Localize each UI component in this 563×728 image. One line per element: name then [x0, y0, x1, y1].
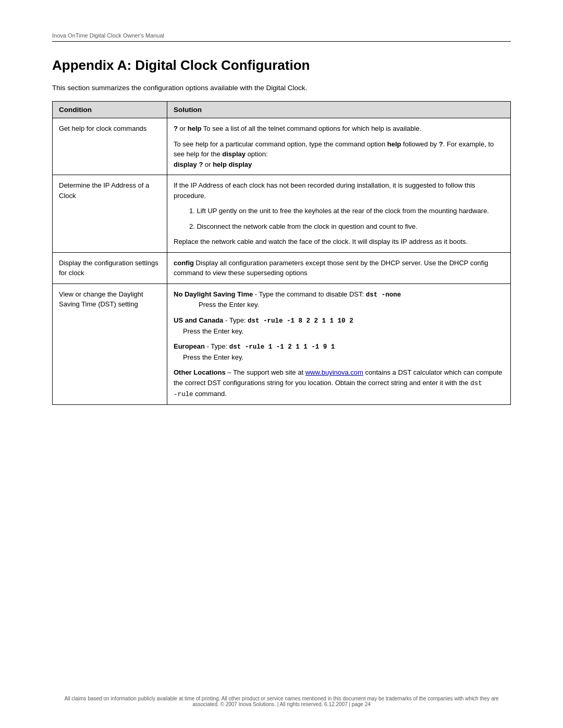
solution-para-1: If the IP Address of each clock has not …	[174, 180, 504, 201]
buyinova-link[interactable]: www.buyinova.com	[305, 368, 363, 376]
manual-title: Inova OnTime Digital Clock Owner's Manua…	[52, 32, 164, 39]
table-row: Determine the IP Address of a Clock If t…	[53, 175, 511, 253]
solution-para-1: ? or help To see a list of all the telne…	[174, 124, 504, 134]
solution-cell: No Daylight Saving Time - Type the comma…	[167, 283, 511, 405]
condition-cell: View or change the Daylight Saving Time …	[53, 283, 167, 405]
solution-bold: No Daylight Saving Time	[174, 290, 253, 298]
table-row: Display the configuration settings for c…	[53, 252, 511, 283]
solution-cell: If the IP Address of each clock has not …	[167, 175, 511, 253]
solution-bold: help	[387, 140, 401, 148]
configuration-table: Condition Solution Get help for clock co…	[52, 101, 511, 405]
solution-text: help	[188, 125, 202, 132]
solution-bold: ?	[439, 140, 443, 148]
condition-text: View or change the Daylight Saving Time …	[59, 290, 143, 309]
condition-cell: Display the configuration settings for c…	[53, 252, 167, 283]
solution-code: dst ‑rule ‑1 8 2 2 1 1 10 2	[248, 317, 353, 325]
solution-indent: Press the Enter key.	[174, 301, 259, 309]
footer: All claims based on information publicly…	[52, 696, 511, 707]
table-row: Get help for clock commands ? or help To…	[53, 118, 511, 175]
solution-para-3: 2. Disconnect the network cable from the…	[174, 221, 504, 232]
solution-code: dst ‑rule	[174, 380, 482, 398]
solution-para-us: US and Canada - Type: dst ‑rule ‑1 8 2 2…	[174, 315, 504, 336]
solution-para-1: config Display all configuration paramet…	[174, 258, 504, 278]
solution-bold: US and Canada	[174, 316, 223, 324]
solution-bold: Other Locations	[174, 368, 226, 376]
condition-text: Get help for clock commands	[59, 125, 146, 132]
footer-text: All claims based on information publicly…	[64, 696, 498, 707]
table-header-row: Condition Solution	[53, 102, 511, 118]
solution-para-nodst: No Daylight Saving Time - Type the comma…	[174, 289, 504, 310]
solution-text: ?	[174, 125, 178, 132]
page-title: Appendix A: Digital Clock Configuration	[52, 57, 511, 73]
solution-para-2: 1. Lift UP gently on the unit to free th…	[174, 206, 504, 216]
condition-text: Determine the IP Address of a Clock	[59, 181, 149, 200]
solution-bold: European	[174, 342, 205, 350]
solution-para-eu: European - Type: dst ‑rule 1 ‑1 2 1 1 ‑1…	[174, 341, 504, 362]
solution-para-other: Other Locations – The support web site a…	[174, 367, 504, 399]
solution-code: dst ‑rule 1 ‑1 2 1 1 ‑1 9 1	[229, 343, 335, 351]
solution-para-4: Replace the network cable and watch the …	[174, 237, 504, 247]
header-section: Inova OnTime Digital Clock Owner's Manua…	[52, 31, 511, 42]
condition-cell: Get help for clock commands	[53, 118, 167, 175]
page-container: Inova OnTime Digital Clock Owner's Manua…	[0, 0, 563, 728]
solution-bold: display	[222, 150, 246, 158]
solution-bold: config	[174, 259, 194, 267]
col-condition-header: Condition	[53, 102, 167, 118]
condition-cell: Determine the IP Address of a Clock	[53, 175, 167, 253]
solution-bold: help display	[213, 161, 252, 168]
solution-cell: config Display all configuration paramet…	[167, 252, 511, 283]
solution-cell: ? or help To see a list of all the telne…	[167, 118, 511, 175]
solution-code: dst ‑none	[366, 291, 401, 299]
table-row: View or change the Daylight Saving Time …	[53, 283, 511, 405]
solution-para-2: To see help for a particular command opt…	[174, 139, 504, 170]
intro-text: This section summarizes the configuratio…	[52, 84, 511, 92]
solution-bold: display ?	[174, 161, 203, 168]
condition-text: Display the configuration settings for c…	[59, 259, 158, 277]
col-solution-header: Solution	[167, 102, 511, 118]
